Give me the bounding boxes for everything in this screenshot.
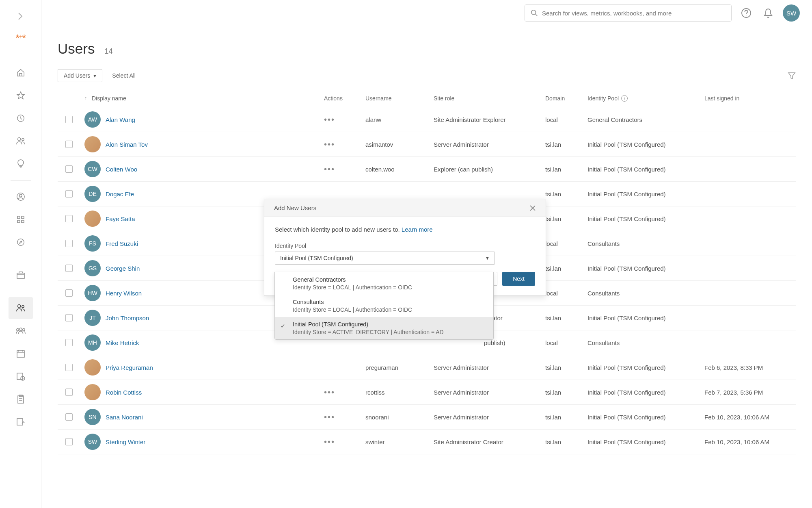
nav-shared[interactable] xyxy=(9,130,33,152)
user-name-link[interactable]: Henry Wilson xyxy=(106,290,142,297)
identity-pool-label: Identity Pool xyxy=(275,243,535,249)
nav-status[interactable] xyxy=(9,411,33,433)
filter-icon xyxy=(788,72,796,80)
user-name-link[interactable]: Sana Noorani xyxy=(106,414,143,421)
dropdown-option[interactable]: Consultants Identity Store = LOCAL | Aut… xyxy=(275,295,493,317)
info-icon[interactable]: i xyxy=(621,95,628,102)
user-name-link[interactable]: Colten Woo xyxy=(106,166,137,173)
user-avatar: DE xyxy=(84,186,101,202)
cell-domain: tsi.lan xyxy=(545,414,587,421)
col-site-role[interactable]: Site role xyxy=(434,95,545,102)
col-username[interactable]: Username xyxy=(365,95,434,102)
expand-nav-button[interactable] xyxy=(9,8,33,24)
page-header: Users 14 xyxy=(58,41,796,57)
user-name-link[interactable]: Dogac Efe xyxy=(106,191,134,198)
svg-point-2 xyxy=(22,139,24,141)
nav-recommendations[interactable] xyxy=(9,153,33,175)
nav-schedules[interactable] xyxy=(9,343,33,365)
row-checkbox[interactable] xyxy=(65,190,73,198)
svg-rect-6 xyxy=(22,216,24,219)
row-checkbox[interactable] xyxy=(65,265,73,272)
row-checkbox[interactable] xyxy=(65,364,73,371)
nav-divider xyxy=(11,180,31,181)
row-actions-button[interactable]: ••• xyxy=(324,388,335,397)
row-checkbox[interactable] xyxy=(65,240,73,247)
row-actions-button[interactable]: ••• xyxy=(324,437,335,446)
next-button[interactable]: Next xyxy=(502,272,535,286)
cell-username: snoorani xyxy=(365,414,434,421)
modal-close-button[interactable] xyxy=(529,205,536,211)
nav-personal[interactable] xyxy=(9,186,33,208)
nav-external[interactable] xyxy=(9,264,33,286)
user-name-link[interactable]: John Thompson xyxy=(106,315,149,321)
caret-down-icon: ▼ xyxy=(485,256,490,261)
user-avatar: SW xyxy=(84,434,101,450)
user-name-link[interactable]: Alon Siman Tov xyxy=(106,141,148,148)
left-navigation xyxy=(0,0,41,508)
notifications-button[interactable] xyxy=(761,6,775,20)
row-actions-button[interactable]: ••• xyxy=(324,115,335,124)
nav-recents[interactable] xyxy=(9,107,33,129)
cell-domain: tsi.lan xyxy=(545,315,587,321)
nav-explore[interactable] xyxy=(9,231,33,253)
user-name-link[interactable]: Robin Cottiss xyxy=(106,389,142,396)
svg-point-14 xyxy=(16,328,19,331)
row-checkbox[interactable] xyxy=(65,389,73,396)
row-actions-button[interactable]: ••• xyxy=(324,412,335,421)
filter-button[interactable] xyxy=(788,72,796,80)
user-name-link[interactable]: Faye Satta xyxy=(106,215,135,222)
add-users-button[interactable]: Add Users▾ xyxy=(58,69,102,82)
user-avatar[interactable]: SW xyxy=(783,4,800,22)
user-name-link[interactable]: Priya Reguraman xyxy=(106,364,153,371)
cell-site-role: publish) xyxy=(434,339,545,346)
row-checkbox[interactable] xyxy=(65,438,73,445)
check-icon: ✓ xyxy=(281,323,285,329)
row-checkbox[interactable] xyxy=(65,314,73,321)
row-checkbox[interactable] xyxy=(65,289,73,297)
identity-pool-select[interactable]: Initial Pool (TSM Configured) ▼ xyxy=(275,252,495,265)
row-checkbox[interactable] xyxy=(65,215,73,222)
nav-favorites[interactable] xyxy=(9,85,33,106)
nav-jobs[interactable] xyxy=(9,365,33,387)
row-actions-button[interactable]: ••• xyxy=(324,165,335,174)
cell-identity-pool: Initial Pool (TSM Configured) xyxy=(587,439,704,445)
col-last-signed-in[interactable]: Last signed in xyxy=(704,95,796,102)
table-row: SN Sana Noorani ••• snoorani Server Admi… xyxy=(58,405,796,430)
row-checkbox[interactable] xyxy=(65,165,73,173)
nav-home[interactable] xyxy=(9,62,33,84)
nav-tasks[interactable] xyxy=(9,388,33,410)
nav-users[interactable] xyxy=(9,297,33,319)
cell-username: rcottiss xyxy=(365,389,434,396)
col-identity-pool[interactable]: Identity Pooli xyxy=(587,95,704,102)
user-name-link[interactable]: Mike Hetrick xyxy=(106,339,139,346)
dropdown-option[interactable]: ✓ Initial Pool (TSM Configured) Identity… xyxy=(275,317,493,339)
nav-groups[interactable] xyxy=(9,320,33,342)
user-name-link[interactable]: Alan Wang xyxy=(106,116,135,123)
cell-domain: local xyxy=(545,116,587,123)
col-domain[interactable]: Domain xyxy=(545,95,587,102)
col-actions: Actions xyxy=(324,95,365,102)
row-checkbox[interactable] xyxy=(65,413,73,421)
user-name-link[interactable]: Sterling Winter xyxy=(106,439,145,445)
cell-identity-pool: Initial Pool (TSM Configured) xyxy=(587,191,704,198)
user-name-link[interactable]: George Shin xyxy=(106,265,140,272)
select-all-button[interactable]: Select All xyxy=(112,72,136,79)
help-button[interactable] xyxy=(739,6,754,20)
box-icon xyxy=(16,271,25,279)
nav-collections[interactable] xyxy=(9,208,33,230)
modal-body: Select which identity pool to add new us… xyxy=(264,217,546,265)
cell-identity-pool: Initial Pool (TSM Configured) xyxy=(587,265,704,272)
row-actions-button[interactable]: ••• xyxy=(324,140,335,149)
chevron-right-icon xyxy=(18,12,24,20)
row-checkbox[interactable] xyxy=(65,141,73,148)
search-input[interactable] xyxy=(542,10,726,17)
global-search[interactable] xyxy=(525,4,732,22)
dropdown-option[interactable]: General Contractors Identity Store = LOC… xyxy=(275,272,493,295)
user-name-link[interactable]: Fred Suzuki xyxy=(106,240,138,247)
row-checkbox[interactable] xyxy=(65,116,73,123)
user-avatar xyxy=(84,384,101,400)
row-checkbox[interactable] xyxy=(65,339,73,346)
cell-site-role: Server Administrator xyxy=(434,141,545,148)
col-display-name[interactable]: ↑Display name xyxy=(80,95,324,102)
learn-more-link[interactable]: Learn more xyxy=(402,226,433,233)
